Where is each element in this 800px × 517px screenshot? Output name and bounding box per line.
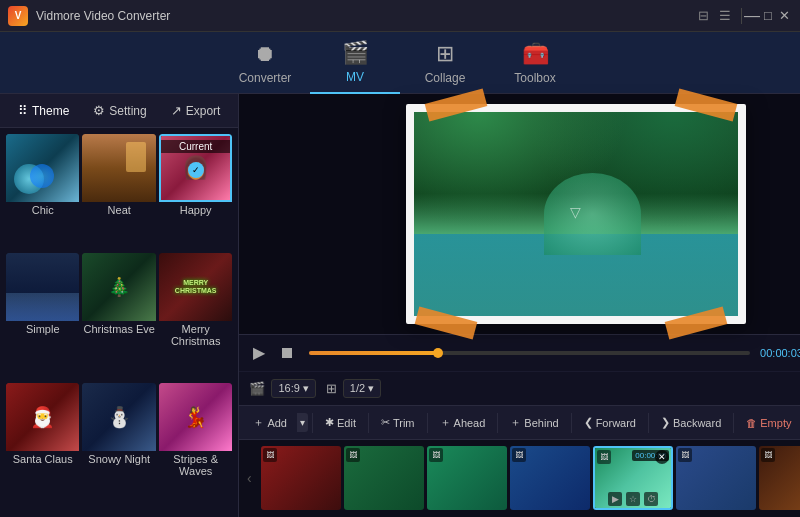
stop-button[interactable]: ⏹ (275, 342, 299, 364)
theme-snowy-night[interactable]: ⛄ Snowy Night (82, 383, 155, 511)
close-button[interactable]: ✕ (776, 8, 792, 24)
controls-bar-2: 🎬 16:9 ▾ ⊞ 1/2 ▾ Export (239, 371, 800, 406)
tl-image-icon-5: 🖼 (597, 450, 611, 464)
minimize-button[interactable]: — (744, 8, 760, 24)
sep4 (497, 413, 498, 433)
happy-label: Happy (159, 202, 232, 220)
snowy-night-label: Snowy Night (82, 451, 155, 469)
neat-label: Neat (82, 202, 155, 220)
tl-settings-icon[interactable]: ⏱ (644, 492, 658, 506)
resolution-value: 1/2 (350, 382, 365, 394)
toolbox-label: Toolbox (514, 71, 555, 85)
nav-toolbox[interactable]: 🧰 Toolbox (490, 32, 580, 94)
theme-tab-label: Theme (32, 104, 69, 118)
timeline-item-7[interactable]: 🖼 (759, 446, 800, 510)
behind-button[interactable]: ＋ Behind (502, 411, 566, 434)
tl-actions-5: ▶ ☆ ⏱ (595, 492, 671, 506)
timeline-item-2[interactable]: 🖼 (344, 446, 424, 510)
add-icon: ＋ (253, 415, 264, 430)
controls-bar-1: ▶ ⏹ 00:00:03.10/00:00:50.00 🔊 (239, 334, 800, 371)
theme-tab-icon: ⠿ (18, 103, 28, 118)
menu-icon: ☰ (719, 8, 731, 23)
add-button[interactable]: ＋ Add (245, 411, 295, 434)
trim-button[interactable]: ✂ Trim (373, 412, 423, 433)
add-label: Add (267, 417, 287, 429)
maximize-button[interactable]: □ (760, 8, 776, 24)
time-display: 00:00:03.10/00:00:50.00 (760, 347, 800, 359)
tl-play-icon[interactable]: ▶ (608, 492, 622, 506)
current-badge: Current (161, 140, 230, 153)
christmas-eve-label: Christmas Eve (82, 321, 155, 339)
left-panel: ⠿ Theme ⚙ Setting ↗ Export (0, 94, 239, 517)
trim-icon: ✂ (381, 416, 390, 429)
mv-label: MV (346, 70, 364, 84)
tab-theme[interactable]: ⠿ Theme (8, 99, 79, 122)
behind-label: Behind (524, 417, 558, 429)
backward-icon: ❯ (661, 416, 670, 429)
right-panel: ▽ ▶ ⏹ 00:00:03.10/00:00:50.00 🔊 🎬 16:9 (239, 94, 800, 517)
timeline-item-1[interactable]: 🖼 (261, 446, 341, 510)
timeline-item-6[interactable]: 🖼 (676, 446, 756, 510)
setting-tab-icon: ⚙ (93, 103, 105, 118)
theme-christmas-eve[interactable]: 🎄 Christmas Eve (82, 253, 155, 381)
sep7 (733, 413, 734, 433)
resolution-dropdown-icon: ▾ (368, 382, 374, 395)
nav-collage[interactable]: ⊞ Collage (400, 32, 490, 94)
add-dropdown[interactable]: ▾ (297, 413, 308, 432)
toolbox-icon: 🧰 (522, 41, 549, 67)
backward-button[interactable]: ❯ Backward (653, 412, 729, 433)
time-current: 00:00:03.10 (760, 347, 800, 359)
edit-label: Edit (337, 417, 356, 429)
theme-neat[interactable]: Neat (82, 134, 155, 250)
timeline-item-4[interactable]: 🖼 (510, 446, 590, 510)
sep1 (312, 413, 313, 433)
timeline-item-3[interactable]: 🖼 (427, 446, 507, 510)
aspect-select[interactable]: 16:9 ▾ (271, 379, 315, 398)
theme-chic[interactable]: Chic (6, 134, 79, 250)
theme-happy[interactable]: 👩 Current ✓ Happy (159, 134, 232, 250)
sep5 (571, 413, 572, 433)
preview-area: ▽ (239, 94, 800, 334)
tl-image-icon-3: 🖼 (429, 448, 443, 462)
tab-setting[interactable]: ⚙ Setting (83, 99, 156, 122)
tab-export[interactable]: ↗ Export (161, 99, 231, 122)
collage-icon: ⊞ (436, 41, 454, 67)
tl-image-icon-1: 🖼 (263, 448, 277, 462)
export-tab-icon: ↗ (171, 103, 182, 118)
theme-merry-christmas[interactable]: MERRYCHRISTMAS Merry Christmas (159, 253, 232, 381)
backward-label: Backward (673, 417, 721, 429)
timeline: ‹ 🖼 🖼 🖼 (239, 440, 800, 517)
forward-button[interactable]: ❮ Forward (576, 412, 644, 433)
aspect-dropdown-icon: ▾ (303, 382, 309, 395)
play-button[interactable]: ▶ (249, 341, 269, 364)
theme-simple[interactable]: Simple (6, 253, 79, 381)
top-nav: ⏺ Converter 🎬 MV ⊞ Collage 🧰 Toolbox (0, 32, 800, 94)
tl-image-icon-4: 🖼 (512, 448, 526, 462)
nav-converter[interactable]: ⏺ Converter (220, 32, 310, 94)
theme-santa-claus[interactable]: 🎅 Santa Claus (6, 383, 79, 511)
timeline-prev-arrow[interactable]: ‹ (239, 440, 259, 517)
title-bar: V Vidmore Video Converter ⊟ ☰ — □ ✕ (0, 0, 800, 32)
progress-bar[interactable] (309, 351, 750, 355)
nav-mv[interactable]: 🎬 MV (310, 32, 400, 94)
theme-stripes-waves[interactable]: 💃 Stripes & Waves (159, 383, 232, 511)
edit-button[interactable]: ✱ Edit (317, 412, 364, 433)
santa-claus-label: Santa Claus (6, 451, 79, 469)
empty-button[interactable]: 🗑 Empty (738, 413, 799, 433)
restore-icon: ⊟ (698, 8, 709, 23)
timeline-item-5[interactable]: 🖼 00:00:05 ✕ ▶ ☆ ⏱ (593, 446, 673, 510)
main-content: ⠿ Theme ⚙ Setting ↗ Export (0, 94, 800, 517)
resolution-select[interactable]: 1/2 ▾ (343, 379, 381, 398)
forward-icon: ❮ (584, 416, 593, 429)
down-arrow: ▽ (570, 204, 581, 220)
video-content: ▽ (414, 112, 738, 316)
ahead-label: Ahead (454, 417, 486, 429)
ahead-button[interactable]: ＋ Ahead (432, 411, 494, 434)
tl-image-icon-7: 🖼 (761, 448, 775, 462)
export-tab-label: Export (186, 104, 221, 118)
tl-star-icon[interactable]: ☆ (626, 492, 640, 506)
video-icon: 🎬 (249, 381, 265, 396)
collage-label: Collage (425, 71, 466, 85)
chic-label: Chic (6, 202, 79, 220)
setting-tab-label: Setting (109, 104, 146, 118)
